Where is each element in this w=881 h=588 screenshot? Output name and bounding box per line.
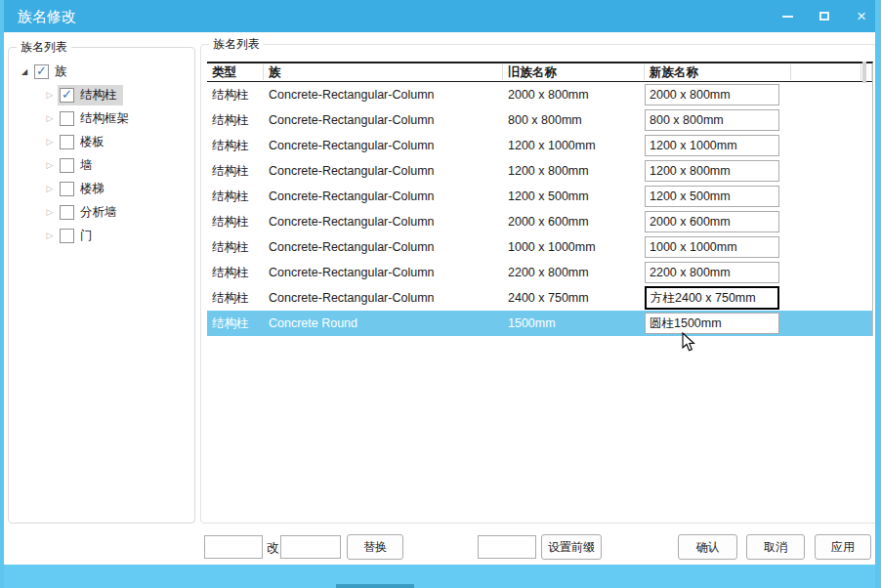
tree-item[interactable]: ▷ ✓ 楼板 [17, 130, 190, 153]
table-row[interactable]: 结构柱 Concrete-Rectangular-Column 2000 x 8… [207, 82, 872, 107]
family-tree: ◢ ✓ 族 ▷ ✓ 结构柱 ▷ ✓ 结构框架 ▷ ✓ 楼板 ▷ ✓ 墙 ▷ ✓ [17, 60, 190, 247]
new-name-input[interactable] [645, 186, 779, 207]
tree-item[interactable]: ▷ ✓ 分析墙 [17, 200, 190, 224]
window-bottom-border [0, 565, 881, 584]
table-row[interactable]: 结构柱 Concrete-Rectangular-Column 1200 x 1… [207, 133, 872, 158]
tree-checkbox[interactable]: ✓ [60, 229, 74, 243]
tree-item-label: 墙 [80, 157, 93, 174]
new-name-input[interactable] [645, 160, 779, 182]
tree-item[interactable]: ▷ ✓ 墙 [17, 153, 190, 177]
tree-checkbox[interactable]: ✓ [60, 111, 74, 126]
tree-item[interactable]: ▷ ✓ 结构柱 [17, 83, 190, 106]
table-row[interactable]: 结构柱 Concrete-Rectangular-Column 2400 x 7… [207, 285, 872, 311]
cell-family: Concrete-Rectangular-Column [264, 164, 503, 178]
confirm-button[interactable]: 确认 [678, 534, 737, 560]
table-row[interactable]: 结构柱 Concrete-Rectangular-Column 2000 x 6… [207, 209, 872, 234]
cell-family: Concrete Round [264, 316, 503, 330]
family-table: 类型 族 旧族名称 新族名称 结构柱 Concrete-Rectangular-… [207, 62, 873, 336]
expand-arrow-icon[interactable]: ▷ [42, 137, 58, 147]
cell-type: 结构柱 [207, 138, 264, 154]
new-name-input[interactable] [645, 211, 779, 232]
expand-arrow-icon[interactable]: ▷ [42, 90, 58, 100]
cell-family: Concrete-Rectangular-Column [264, 88, 503, 102]
new-name-input[interactable] [645, 236, 779, 258]
table-row[interactable]: 结构柱 Concrete-Rectangular-Column 1200 x 5… [207, 184, 872, 209]
cell-type: 结构柱 [207, 189, 264, 205]
cell-type: 结构柱 [207, 290, 264, 307]
tree-item-label: 结构柱 [80, 87, 117, 104]
close-icon: × [857, 9, 866, 24]
expand-arrow-icon[interactable]: ▷ [42, 207, 58, 217]
expand-arrow-icon[interactable]: ▷ [42, 231, 58, 240]
cell-type: 结构柱 [207, 265, 264, 281]
tree-item[interactable]: ▷ ✓ 楼梯 [17, 177, 190, 200]
replace-to-input[interactable] [280, 535, 341, 559]
cell-type: 结构柱 [207, 163, 264, 180]
header-family[interactable]: 族 [264, 64, 503, 80]
replace-from-input[interactable] [204, 535, 263, 559]
cancel-button[interactable]: 取消 [746, 534, 805, 560]
table-row[interactable]: 结构柱 Concrete Round 1500mm [207, 311, 872, 336]
tree-checkbox[interactable]: ✓ [60, 205, 74, 220]
title-bar: 族名修改 × [0, 0, 881, 32]
close-button[interactable]: × [854, 9, 869, 24]
cell-type: 结构柱 [207, 112, 264, 129]
expand-arrow-icon[interactable]: ▷ [42, 184, 58, 193]
tree-item-label: 族 [55, 63, 67, 80]
minimize-button[interactable] [779, 9, 795, 24]
header-type[interactable]: 类型 [207, 64, 264, 80]
new-name-input[interactable] [645, 286, 779, 310]
cell-family: Concrete-Rectangular-Column [264, 139, 503, 152]
tree-checkbox[interactable]: ✓ [60, 158, 74, 173]
new-name-input[interactable] [645, 84, 779, 105]
scrollbar-thumb[interactable] [862, 62, 866, 83]
table-row[interactable]: 结构柱 Concrete-Rectangular-Column 1000 x 1… [207, 234, 872, 260]
new-name-input[interactable] [645, 262, 779, 283]
cell-family: Concrete-Rectangular-Column [264, 291, 503, 305]
cell-family: Concrete-Rectangular-Column [264, 240, 503, 254]
new-name-input[interactable] [645, 135, 779, 156]
cell-type: 结构柱 [207, 315, 264, 332]
cell-new-name [645, 186, 791, 207]
apply-button[interactable]: 应用 [815, 534, 871, 560]
cell-new-name [645, 109, 791, 131]
expand-arrow-icon[interactable]: ◢ [17, 67, 32, 76]
tree-item[interactable]: ▷ ✓ 结构框架 [17, 106, 190, 130]
tree-checkbox[interactable]: ✓ [34, 64, 49, 79]
cell-new-name [645, 313, 791, 334]
table-row[interactable]: 结构柱 Concrete-Rectangular-Column 2200 x 8… [207, 260, 872, 285]
tree-item[interactable]: ▷ ✓ 门 [17, 224, 190, 247]
window-title: 族名修改 [18, 0, 76, 32]
window-bottom-edge-shadow [336, 584, 414, 588]
header-old-name[interactable]: 旧族名称 [503, 64, 645, 80]
new-name-input[interactable] [645, 109, 779, 131]
prefix-input[interactable] [478, 535, 536, 559]
table-row[interactable]: 结构柱 Concrete-Rectangular-Column 1200 x 8… [207, 158, 872, 184]
cell-new-name [645, 262, 791, 283]
set-prefix-button[interactable]: 设置前缀 [541, 534, 602, 560]
family-tree-panel: 族名列表 ◢ ✓ 族 ▷ ✓ 结构柱 ▷ ✓ 结构框架 ▷ ✓ 楼板 ▷ ✓ 墙… [8, 47, 195, 524]
cell-family: Concrete-Rectangular-Column [264, 266, 503, 279]
tree-checkbox[interactable]: ✓ [60, 88, 74, 103]
header-new-name[interactable]: 新族名称 [645, 64, 791, 80]
maximize-button[interactable] [817, 9, 832, 24]
table-row[interactable]: 结构柱 Concrete-Rectangular-Column 800 x 80… [207, 107, 872, 133]
expand-arrow-icon[interactable]: ▷ [42, 113, 58, 123]
cell-new-name [645, 286, 791, 310]
cell-old-name: 1200 x 1000mm [503, 139, 645, 152]
tree-item[interactable]: ◢ ✓ 族 [17, 60, 190, 83]
cell-old-name: 1200 x 800mm [503, 164, 645, 178]
tree-item-label: 分析墙 [80, 204, 117, 221]
bottom-bar: 改 替换 设置前缀 确认 取消 应用 [4, 527, 875, 565]
tree-item-label: 结构框架 [80, 110, 129, 127]
cell-new-name [645, 236, 791, 258]
new-name-input[interactable] [645, 313, 779, 334]
cell-old-name: 2400 x 750mm [503, 291, 645, 305]
mouse-cursor-icon [682, 332, 695, 353]
family-tree-panel-label: 族名列表 [17, 39, 71, 56]
tree-checkbox[interactable]: ✓ [60, 182, 74, 196]
replace-button[interactable]: 替换 [347, 534, 403, 560]
expand-arrow-icon[interactable]: ▷ [42, 160, 58, 170]
tree-checkbox[interactable]: ✓ [60, 135, 74, 149]
table-header-row: 类型 族 旧族名称 新族名称 [207, 63, 872, 82]
